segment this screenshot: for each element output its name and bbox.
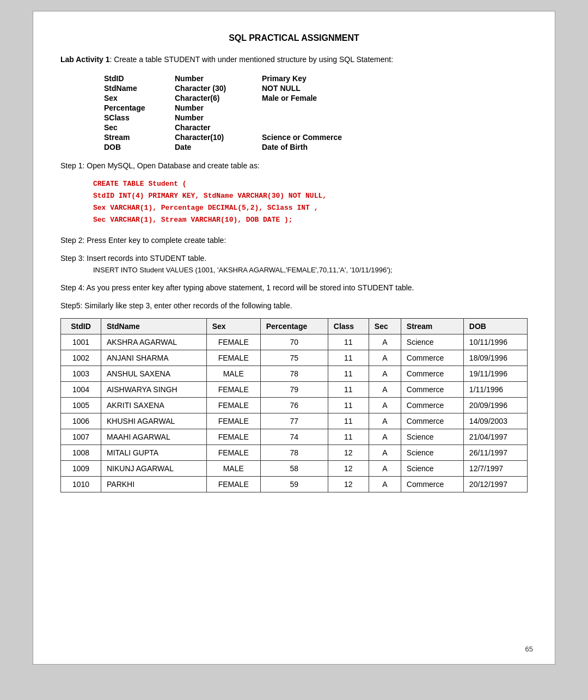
table-cell: 76 — [260, 398, 328, 413]
table-cell: 1005 — [61, 398, 101, 413]
table-cell: Science — [401, 461, 463, 477]
table-cell: A — [369, 334, 401, 350]
schema-field-type: Character(6) — [175, 94, 262, 102]
table-cell: 75 — [260, 350, 328, 366]
table-cell: FEMALE — [206, 382, 260, 398]
table-cell: 70 — [260, 334, 328, 350]
table-col-header: Percentage — [260, 319, 328, 334]
table-cell: 59 — [260, 477, 328, 492]
schema-field-constraint: Male or Female — [262, 94, 317, 102]
schema-field-constraint: Science or Commerce — [262, 133, 342, 142]
table-cell: FEMALE — [206, 445, 260, 461]
table-cell: 11 — [328, 334, 369, 350]
step1-text: Step 1: Open MySQL, Open Database and cr… — [60, 160, 528, 172]
table-cell: Science — [401, 445, 463, 461]
lab-activity-desc: : Create a table STUDENT with under ment… — [110, 55, 394, 64]
page-number: 65 — [525, 645, 533, 653]
table-cell: 14/09/2003 — [463, 413, 527, 429]
table-row: 1009NIKUNJ AGARWALMALE5812AScience12/7/1… — [61, 461, 528, 477]
table-cell: 18/09/1996 — [463, 350, 527, 366]
schema-field-name: StdName — [104, 84, 175, 93]
table-row: 1006KHUSHI AGARWALFEMALE7711ACommerce14/… — [61, 413, 528, 429]
step2-text: Step 2: Press Enter key to complete crea… — [60, 235, 528, 246]
step5-text: Step5: Similarly like step 3, enter othe… — [60, 300, 528, 312]
page-title: SQL PRACTICAL ASSIGNMENT — [60, 33, 528, 43]
lab-activity-label: Lab Activity 1 — [60, 55, 110, 64]
schema-row: StreamCharacter(10)Science or Commerce — [104, 133, 528, 142]
table-row: 1010PARKHIFEMALE5912ACommerce20/12/1997 — [61, 477, 528, 492]
table-cell: 11 — [328, 398, 369, 413]
table-cell: 78 — [260, 366, 328, 382]
table-cell: A — [369, 398, 401, 413]
table-col-header: Stream — [401, 319, 463, 334]
table-cell: 26/11/1997 — [463, 445, 527, 461]
code-line-4: Sec VARCHAR(1), Stream VARCHAR(10), DOB … — [93, 214, 495, 226]
table-row: 1003ANSHUL SAXENAMALE7811ACommerce19/11/… — [61, 366, 528, 382]
table-cell: FEMALE — [206, 334, 260, 350]
schema-field-type: Number — [175, 113, 262, 122]
table-cell: A — [369, 413, 401, 429]
student-table: StdIDStdNameSexPercentageClassSecStreamD… — [60, 318, 528, 492]
table-cell: 10/11/1996 — [463, 334, 527, 350]
table-row: 1008MITALI GUPTAFEMALE7812AScience26/11/… — [61, 445, 528, 461]
table-cell: A — [369, 366, 401, 382]
table-row: 1002ANJANI SHARMAFEMALE7511ACommerce18/0… — [61, 350, 528, 366]
schema-row: SecCharacter — [104, 123, 528, 132]
table-cell: Science — [401, 429, 463, 445]
step3-text: Step 3: Insert records into STUDENT tabl… — [60, 253, 528, 276]
schema-field-name: Percentage — [104, 104, 175, 112]
table-cell: 12/7/1997 — [463, 461, 527, 477]
table-cell: 74 — [260, 429, 328, 445]
table-cell: 11 — [328, 350, 369, 366]
table-cell: 11 — [328, 413, 369, 429]
table-cell: AKSHRA AGARWAL — [101, 334, 207, 350]
schema-field-type: Date — [175, 143, 262, 151]
table-cell: Science — [401, 334, 463, 350]
page: SQL PRACTICAL ASSIGNMENT Lab Activity 1:… — [33, 11, 555, 665]
schema-row: SexCharacter(6)Male or Female — [104, 94, 528, 102]
table-cell: 11 — [328, 366, 369, 382]
table-cell: 19/11/1996 — [463, 366, 527, 382]
table-cell: 11 — [328, 429, 369, 445]
table-cell: 58 — [260, 461, 328, 477]
table-cell: 12 — [328, 477, 369, 492]
schema-field-type: Number — [175, 74, 262, 83]
step3-label: Step 3: Insert records into STUDENT tabl… — [60, 254, 206, 263]
schema-row: DOBDateDate of Birth — [104, 143, 528, 151]
table-cell: AISHWARYA SINGH — [101, 382, 207, 398]
schema-row: StdNameCharacter (30)NOT NULL — [104, 84, 528, 93]
table-cell: 79 — [260, 382, 328, 398]
schema-field-name: Sex — [104, 94, 175, 102]
table-cell: 20/12/1997 — [463, 477, 527, 492]
table-col-header: Sec — [369, 319, 401, 334]
schema-row: StdIDNumberPrimary Key — [104, 74, 528, 83]
table-cell: Commerce — [401, 366, 463, 382]
code-block: CREATE TABLE Student ( StdID INT(4) PRIM… — [93, 178, 495, 226]
table-body: 1001AKSHRA AGARWALFEMALE7011AScience10/1… — [61, 334, 528, 492]
table-cell: 1/11/1996 — [463, 382, 527, 398]
schema-field-name: SClass — [104, 113, 175, 122]
schema-field-type: Character(10) — [175, 133, 262, 142]
schema-field-constraint: Date of Birth — [262, 143, 308, 151]
table-cell: FEMALE — [206, 477, 260, 492]
table-cell: 78 — [260, 445, 328, 461]
table-cell: 20/09/1996 — [463, 398, 527, 413]
table-col-header: Class — [328, 319, 369, 334]
table-col-header: DOB — [463, 319, 527, 334]
step4-text: Step 4: As you press enter key after typ… — [60, 282, 528, 294]
table-cell: 12 — [328, 445, 369, 461]
table-cell: A — [369, 461, 401, 477]
table-cell: 1004 — [61, 382, 101, 398]
table-cell: FEMALE — [206, 413, 260, 429]
schema-field-name: StdID — [104, 74, 175, 83]
table-cell: 21/04/1997 — [463, 429, 527, 445]
table-cell: Commerce — [401, 413, 463, 429]
schema-field-type: Character (30) — [175, 84, 262, 93]
table-row: 1007MAAHI AGARWALFEMALE7411AScience21/04… — [61, 429, 528, 445]
schema-field-name: Stream — [104, 133, 175, 142]
table-cell: Commerce — [401, 350, 463, 366]
table-cell: Commerce — [401, 382, 463, 398]
schema-field-name: Sec — [104, 123, 175, 132]
table-cell: Commerce — [401, 477, 463, 492]
schema-table: StdIDNumberPrimary KeyStdNameCharacter (… — [104, 74, 528, 151]
